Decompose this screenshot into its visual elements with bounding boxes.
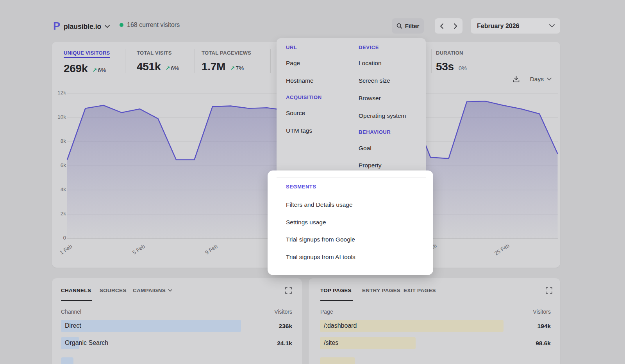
chevron-down-icon: [547, 78, 552, 81]
date-range-label: February 2026: [477, 23, 520, 30]
segments-spotlight: SEGMENTS Filters and Details usage Setti…: [268, 170, 433, 275]
tab-entry-pages[interactable]: ENTRY PAGES: [362, 288, 400, 293]
channels-panel: CHANNELS SOURCES CAMPAIGNS Channel Visit…: [52, 278, 302, 364]
filter-section-url: URL: [286, 44, 297, 52]
prev-period-button[interactable]: [435, 18, 449, 34]
site-name: plausible.io: [64, 23, 101, 31]
stat-change: ↗7%: [230, 65, 244, 71]
stat-value: 53s: [436, 60, 454, 73]
stat-value: 451k: [137, 60, 161, 73]
filter-item-operating-system[interactable]: Operating system: [359, 112, 406, 121]
filter-item-location[interactable]: Location: [359, 60, 382, 68]
row-value: 236k: [279, 323, 292, 330]
filter-section-device: DEVICE: [359, 44, 379, 52]
x-axis-label: 9 Feb: [196, 238, 227, 261]
row-value: 98.6k: [536, 340, 551, 347]
filter-section-segments: SEGMENTS: [286, 184, 316, 190]
filter-item-property[interactable]: Property: [359, 162, 382, 170]
trend-up-icon: ↗: [230, 65, 235, 71]
chevron-down-icon: [549, 24, 555, 28]
row-name: Direct: [65, 322, 81, 329]
tab-top-pages[interactable]: TOP PAGES: [320, 288, 352, 293]
stat-change: ↗6%: [92, 67, 106, 73]
live-dot-icon: [120, 23, 123, 27]
tab-channels[interactable]: CHANNELS: [61, 288, 91, 293]
column-header: Visitors: [533, 309, 551, 315]
tabs-divider: [320, 301, 560, 301]
filter-item-goal[interactable]: Goal: [359, 145, 371, 153]
segment-item-settings-usage[interactable]: Settings usage: [286, 219, 326, 227]
filter-section-acquisition: ACQUISITION: [286, 94, 322, 102]
stat-label: DURATION: [436, 50, 467, 56]
stat-value: 1.7M: [202, 60, 225, 73]
row-bar: [61, 357, 73, 364]
stat-duration[interactable]: DURATION 53s 0%: [436, 50, 467, 73]
chevron-right-icon: [454, 23, 457, 29]
filter-button-label: Filter: [405, 23, 420, 29]
stat-label: UNIQUE VISITORS: [64, 50, 110, 58]
stat-label: TOTAL VISITS: [137, 50, 179, 56]
menu-divider: [277, 178, 426, 178]
filter-item-page[interactable]: Page: [286, 60, 300, 68]
dashboard-page: P plausible.io 168 current visitors Filt…: [0, 0, 625, 364]
search-icon: [396, 23, 402, 29]
filter-button[interactable]: Filter: [392, 18, 424, 34]
row-name: /sites: [324, 339, 338, 346]
filter-item-screen-size[interactable]: Screen size: [359, 77, 390, 86]
column-header: Channel: [61, 309, 81, 315]
segment-item-trial-ai-tools[interactable]: Trial signups from AI tools: [286, 254, 355, 262]
segment-item-filters-details[interactable]: Filters and Details usage: [286, 201, 353, 210]
column-header: Visitors: [274, 309, 292, 315]
row-name: Organic Search: [65, 339, 108, 346]
pages-panel: TOP PAGES ENTRY PAGES EXIT PAGES Page Vi…: [309, 278, 560, 364]
filter-item-utm-tags[interactable]: UTM tags: [286, 127, 312, 136]
x-axis-label: 5 Feb: [123, 238, 154, 261]
date-range-select[interactable]: February 2026: [471, 18, 560, 34]
tab-campaigns[interactable]: CAMPAIGNS: [133, 288, 172, 293]
stat-label: TOTAL PAGEVIEWS: [202, 50, 251, 56]
download-icon[interactable]: [512, 75, 520, 83]
stat-divider: [195, 49, 195, 73]
x-axis-label: 1 Feb: [51, 238, 82, 261]
trend-up-icon: ↗: [165, 65, 170, 71]
chevron-left-icon: [440, 23, 443, 29]
row-bar: [320, 357, 355, 364]
tab-sources[interactable]: SOURCES: [100, 288, 127, 293]
site-picker[interactable]: P plausible.io: [53, 20, 110, 34]
current-visitors[interactable]: 168 current visitors: [120, 21, 180, 28]
row-value: 194k: [538, 323, 551, 330]
stat-change: 0%: [459, 65, 467, 71]
stat-divider: [270, 49, 271, 73]
stat-total-pageviews[interactable]: TOTAL PAGEVIEWS 1.7M ↗7%: [202, 50, 251, 73]
next-period-button[interactable]: [449, 18, 463, 34]
chevron-down-icon: [168, 289, 172, 292]
stat-total-visits[interactable]: TOTAL VISITS 451k ↗6%: [137, 50, 179, 73]
expand-icon[interactable]: [285, 287, 292, 294]
stat-change: ↗6%: [165, 65, 179, 71]
interval-label: Days: [530, 76, 544, 83]
row-bar: [61, 320, 241, 332]
tab-exit-pages[interactable]: EXIT PAGES: [404, 288, 436, 293]
interval-select[interactable]: Days: [530, 76, 552, 83]
segment-item-trial-google[interactable]: Trial signups from Google: [286, 236, 355, 245]
row-value: 24.1k: [277, 340, 292, 347]
current-visitors-label: 168 current visitors: [127, 21, 180, 28]
x-axis-label: 25 Feb: [487, 238, 518, 261]
plausible-logo: P: [53, 21, 60, 32]
filter-item-hostname[interactable]: Hostname: [286, 77, 314, 86]
column-header: Page: [320, 309, 333, 315]
chevron-down-icon: [105, 25, 110, 28]
filter-section-behaviour: BEHAVIOUR: [359, 129, 391, 137]
stat-unique-visitors[interactable]: UNIQUE VISITORS 269k ↗6%: [64, 50, 110, 75]
row-name: /:dashboard: [324, 322, 357, 329]
expand-icon[interactable]: [546, 287, 552, 294]
stat-divider: [431, 49, 432, 73]
period-nav: [435, 18, 462, 34]
stat-divider: [125, 49, 125, 73]
tabs-divider: [61, 301, 302, 301]
stat-value: 269k: [64, 62, 88, 75]
filter-item-browser[interactable]: Browser: [359, 95, 381, 103]
filter-item-source[interactable]: Source: [286, 110, 305, 118]
trend-up-icon: ↗: [92, 67, 97, 73]
